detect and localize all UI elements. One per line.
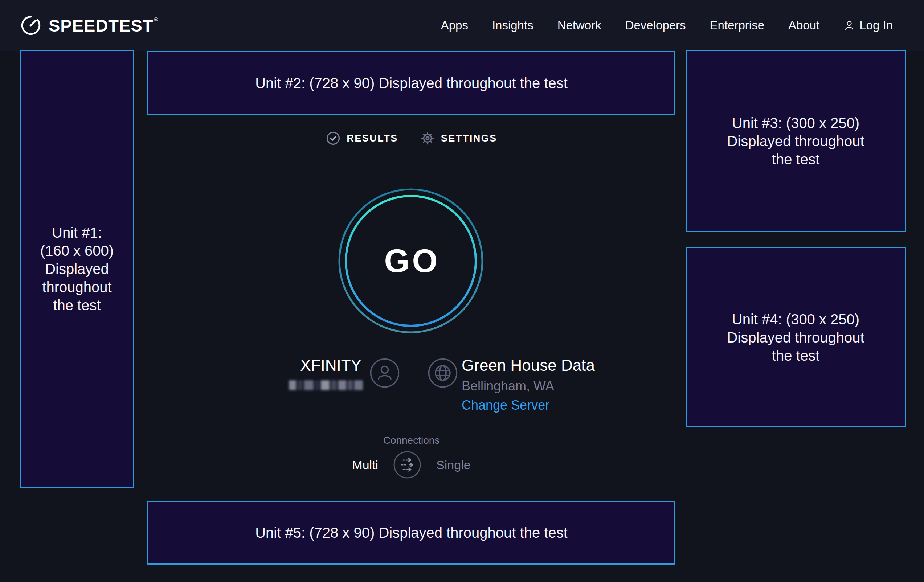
ad-text-line: Displayed	[45, 260, 109, 278]
ad-unit-3-300x250[interactable]: Unit #3: (300 x 250) Displayed throughou…	[686, 50, 906, 232]
login-button[interactable]: Log In	[843, 18, 893, 32]
go-button[interactable]: GO	[335, 185, 487, 337]
connections-toggle-row: Multi Single	[147, 451, 675, 478]
nav-network[interactable]: Network	[558, 18, 601, 32]
ad-text-line: throughout	[42, 278, 111, 296]
ad-text-line: Displayed throughout	[727, 132, 864, 150]
ad-text-line: the test	[772, 150, 820, 168]
server-globe-icon	[428, 358, 458, 388]
top-navbar: SPEEDTEST® Apps Insights Network Develop…	[0, 0, 924, 51]
nav-about[interactable]: About	[788, 18, 820, 32]
ad-unit-5-728x90[interactable]: Unit #5: (728 x 90) Displayed throughout…	[147, 501, 675, 565]
ad-text-line: the test	[53, 296, 101, 314]
logo-wordmark: SPEEDTEST®	[49, 16, 158, 36]
trademark-mark: ®	[154, 16, 158, 23]
main-nav: Apps Insights Network Developers Enterpr…	[441, 0, 893, 51]
isp-ip-redacted	[287, 380, 363, 390]
ad-text-line: Unit #1:	[52, 224, 102, 242]
ad-text-line: the test	[772, 346, 820, 364]
nav-developers[interactable]: Developers	[625, 18, 686, 32]
check-circle-icon	[325, 130, 341, 146]
tab-settings[interactable]: SETTINGS	[420, 130, 497, 146]
nav-enterprise[interactable]: Enterprise	[710, 18, 764, 32]
go-label: GO	[335, 185, 487, 337]
speedtest-logo[interactable]: SPEEDTEST®	[20, 0, 158, 51]
tab-settings-label: SETTINGS	[441, 133, 497, 144]
login-user-icon	[843, 20, 855, 31]
ad-unit-1-160x600[interactable]: Unit #1: (160 x 600) Displayed throughou…	[20, 50, 134, 488]
change-server-link[interactable]: Change Server	[462, 398, 549, 413]
tab-results-label: RESULTS	[346, 133, 398, 144]
tab-results[interactable]: RESULTS	[325, 130, 398, 146]
server-name: Green House Data	[462, 356, 595, 374]
isp-name: XFINITY	[232, 356, 361, 374]
isp-user-icon	[370, 358, 399, 388]
ad-text-line: Unit #3: (300 x 250)	[732, 114, 860, 132]
nav-apps[interactable]: Apps	[441, 18, 468, 32]
speedometer-icon	[20, 15, 41, 36]
connections-label: Connections	[147, 435, 675, 446]
ad-text-line: Unit #4: (300 x 250)	[732, 310, 860, 328]
ad-unit-4-300x250[interactable]: Unit #4: (300 x 250) Displayed throughou…	[686, 247, 906, 427]
nav-insights[interactable]: Insights	[492, 18, 533, 32]
connections-multi-option[interactable]: Multi	[352, 458, 378, 472]
ad-text-line: Displayed throughout	[727, 328, 864, 346]
ad-text-line: Unit #2: (728 x 90) Displayed throughout…	[255, 74, 568, 92]
ad-unit-2-728x90[interactable]: Unit #2: (728 x 90) Displayed throughout…	[147, 51, 675, 115]
ad-text-line: Unit #5: (728 x 90) Displayed throughout…	[255, 524, 568, 542]
gear-icon	[420, 130, 435, 146]
ad-text-line: (160 x 600)	[40, 242, 114, 260]
connections-toggle-icon[interactable]	[393, 451, 421, 478]
results-settings-tabs: RESULTS SETTINGS	[147, 130, 675, 146]
server-location: Bellingham, WA	[462, 378, 554, 394]
connections-single-option[interactable]: Single	[436, 458, 471, 472]
